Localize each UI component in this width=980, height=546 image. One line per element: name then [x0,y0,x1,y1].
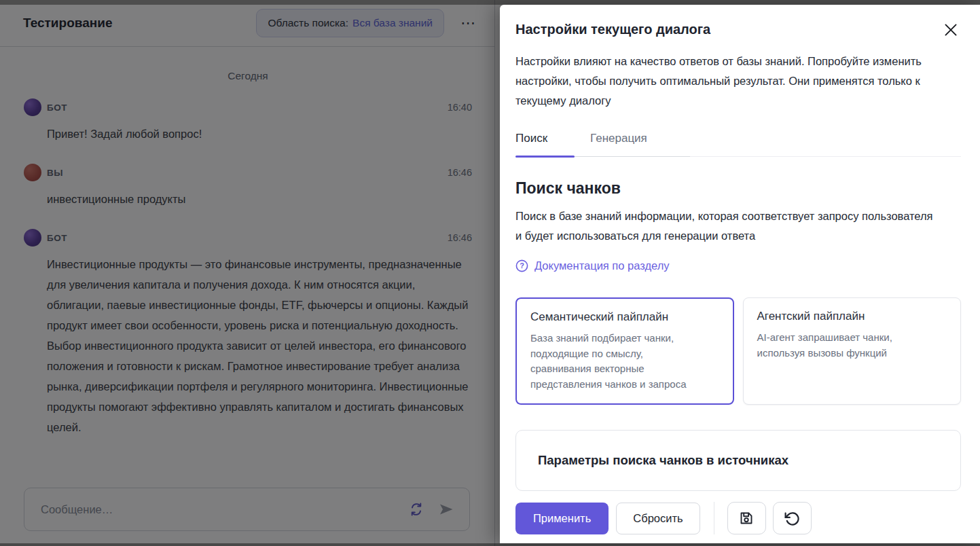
settings-tabs: Поиск Генерация [515,128,961,157]
dialog-footer: Применить Сбросить [500,498,980,543]
documentation-link[interactable]: ? Документация по разделу [515,259,670,272]
reset-button[interactable]: Сбросить [616,503,700,534]
save-preset-button[interactable] [727,502,766,534]
svg-text:?: ? [520,261,524,270]
dialog-title: Настройки текущего диалога [515,20,710,37]
footer-divider [714,502,714,534]
save-icon [738,510,755,526]
documentation-link-label: Документация по разделу [534,259,670,272]
tab-generation[interactable]: Генерация [590,128,674,156]
pipeline-description: База знаний подбирает чанки, подходящие … [530,331,695,392]
dialog-description: Настройки влияют на качество ответов от … [515,52,939,111]
pipeline-card-semantic[interactable]: Семантический пайплайн База знаний подби… [515,297,734,405]
dialog-settings-panel: Настройки текущего диалога Настройки вли… [500,5,980,543]
pipeline-description: AI-агент запрашивает чанки, используя вы… [757,330,922,361]
close-icon [942,21,960,39]
window-edge-bottom [0,543,980,546]
tablist: Поиск Генерация [515,128,690,157]
window-edge-top [0,0,980,5]
section-description: Поиск в базе знаний информации, которая … [515,206,939,246]
apply-button[interactable]: Применить [515,503,609,534]
dialog-settings-content: Настройки текущего диалога Настройки вли… [500,5,980,543]
close-button[interactable] [941,20,961,40]
tab-search[interactable]: Поиск [515,128,575,156]
undo-button[interactable] [773,502,812,534]
undo-icon [784,510,801,527]
pipeline-title: Семантический пайплайн [530,310,719,324]
pipeline-options: Семантический пайплайн База знаний подби… [515,297,961,405]
pipeline-card-agent[interactable]: Агентский пайплайн AI-агент запрашивает … [743,297,962,405]
question-circle-icon: ? [515,259,528,272]
section-heading: Поиск чанков [515,179,961,198]
pipeline-title: Агентский пайплайн [757,310,947,323]
search-params-heading: Параметры поиска чанков в источниках [538,453,939,468]
search-params-card: Параметры поиска чанков в источниках [515,430,961,491]
